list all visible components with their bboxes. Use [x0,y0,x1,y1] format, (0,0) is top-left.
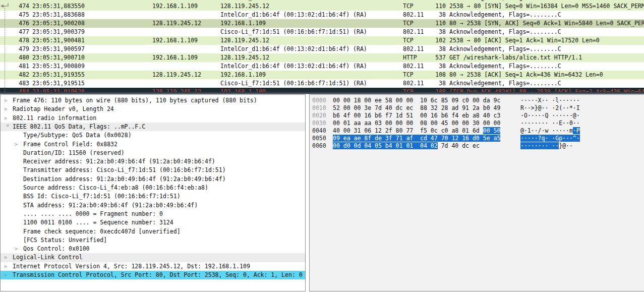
protocol-tree-row[interactable]: >Logical-Link Control [1,253,305,262]
protocol-tree-row[interactable]: BSS Id: Cisco-Li_f7:1d:51 (00:16:b6:f7:1… [1,192,305,201]
twistie-expanded-icon[interactable]: > [4,124,12,130]
ascii-bytes[interactable]: ·O·····Q ······@· [520,112,580,120]
protocol-tree-row[interactable]: [FCS Status: Unverified] [1,236,305,245]
protocol-tree-row[interactable]: >Transmission Control Protocol, Src Port… [1,271,305,279]
hex-row[interactable]: 003000 01 aa aa 03 00 00 00 08 00 45 00 … [310,120,644,127]
hex-bytes[interactable]: 09 ea ae 8f de 3f 71 af cd 47 70 12 16 d… [333,135,500,142]
packet-cell-destination: IntelCor_d1:b6:4f (00:13:02:d1:b6:4f) (R… [220,45,399,53]
packet-detail-pane[interactable]: >Frame 476: 110 bytes on wire (880 bits)… [0,94,306,291]
packet-cell-destination: 128.119.245.12 [220,53,399,62]
packet-row[interactable]: 47423:05:31,883550192.168.1.109128.119.2… [0,2,644,11]
packet-row[interactable]: 47723:05:31,900379Cisco-Li_f7:1d:51 (00:… [0,28,644,36]
packet-cell-source [152,45,218,53]
ascii-selected: ·····?q· ·Gp···^· [520,135,580,142]
twistie-collapsed-icon[interactable]: > [15,245,21,253]
protocol-tree-row[interactable]: >IEEE 802.11 QoS Data, Flags: ..mP..F.C [1,123,305,131]
packet-cell-time: 23:05:31,883550 [32,2,143,11]
ascii-bytes[interactable]: ········ ··E··0·· [520,120,580,127]
protocol-tree-row[interactable]: Type/Subtype: QoS Data (0x0028) [1,131,305,140]
packet-cell-info: 80 → 2538 [ACK] Seq=1 Ack=436 Win=6432 L… [449,71,644,79]
packet-cell-source: 192.168.1.109 [152,36,218,45]
hex-bytes[interactable]: 00 d0 0d 04 05 b4 01 01 04 02 7d 40 dc e… [333,142,480,150]
hex-dump-pane[interactable]: 000000 00 18 00 ee 58 00 00 10 6c 85 09 … [309,94,644,291]
protocol-tree-label: Logical-Link Control [13,253,82,262]
twistie-collapsed-icon[interactable]: > [4,253,10,262]
twistie-collapsed-icon[interactable]: > [4,271,10,279]
hex-row[interactable]: 001052 00 00 3e 7d 40 dc ec 88 32 28 ad … [310,104,644,112]
packet-cell-no: 477 [0,28,29,36]
protocol-tree-row[interactable]: >Internet Protocol Version 4, Src: 128.1… [1,262,305,271]
protocol-tree-row[interactable]: Transmitter address: Cisco-Li_f7:1d:51 (… [1,166,305,174]
packet-row[interactable]: 48123:05:31,900809IntelCor_d1:b6:4f (00:… [0,62,644,71]
packet-row[interactable]: 47523:05:31,883688IntelCor_d1:b6:4f (00:… [0,11,644,19]
packet-cell-info: [TCP Dup ACK 482#1] 80 → 2538 [ACK] Seq=… [449,88,644,92]
packet-row[interactable]: 48223:05:31,919355128.119.245.12192.168.… [0,71,644,79]
protocol-tree-row[interactable]: Frame check sequence: 0xecdc407d [unveri… [1,227,305,236]
protocol-tree-row[interactable]: STA address: 91:2a:b0:49:b6:4f (91:2a:b0… [1,201,305,210]
protocol-tree-row[interactable]: Receiver address: 91:2a:b0:49:b6:4f (91:… [1,157,305,166]
protocol-tree-row[interactable]: >Radiotap Header v0, Length 24 [1,105,305,113]
packet-row[interactable]: 47823:05:31,900481192.168.1.109128.119.2… [0,36,644,45]
packet-cell-time: 23:05:31,900809 [32,62,143,71]
packet-cell-length: 38 [417,28,446,36]
hex-bytes[interactable]: b6 4f 00 16 b6 f7 1d 51 00 16 b6 f4 eb a… [333,112,500,120]
twistie-collapsed-icon[interactable]: > [4,114,10,123]
hex-row[interactable]: 000000 00 18 00 ee 58 00 00 10 6c 85 09 … [310,97,644,104]
packet-row[interactable]: 48323:05:31,919515Cisco-Li_f7:1d:51 (00:… [0,79,644,88]
ascii-bytes[interactable]: ·····X·· ·l······ [520,97,580,104]
hex-offset: 0000 [312,97,326,104]
twistie-collapsed-icon[interactable]: > [4,96,10,105]
twistie-collapsed-icon[interactable]: > [4,262,10,271]
hex-bytes[interactable]: 00 01 aa aa 03 00 00 00 08 00 45 00 00 3… [333,120,500,127]
hex-row[interactable]: 004040 00 31 06 12 2f 80 77 f5 0c c0 a8 … [310,127,644,135]
packet-cell-length: 537 [417,53,446,62]
protocol-tree-label: Source address: Cisco-Li_f4:eb:a8 (00:16… [23,184,208,192]
hex-bytes-plain: 52 00 00 3e 7d 40 dc ec 88 32 28 ad 91 2… [333,104,500,111]
ascii-bytes[interactable]: R··>}@·· ·2(··*·I [520,104,580,112]
hex-bytes[interactable]: 40 00 31 06 12 2f 80 77 f5 0c c0 a8 01 6… [333,127,500,135]
ascii-bytes[interactable]: ········ ··}@·· [520,142,573,150]
packet-cell-length: 38 [417,45,446,53]
protocol-tree-row[interactable]: >Frame 476: 110 bytes on wire (880 bits)… [1,96,305,105]
packet-cell-source: 128.119.245.12 [152,19,218,28]
packet-cell-time: 23:05:31,900597 [32,45,143,53]
twistie-collapsed-icon[interactable]: > [15,140,21,149]
packet-cell-source [152,79,218,88]
packet-cell-info: Acknowledgement, Flags=........C [449,11,644,19]
packet-cell-info: Acknowledgement, Flags=........C [449,62,644,71]
packet-cell-destination: 192.168.1.109 [220,71,399,79]
packet-row[interactable]: 48023:05:31,900710192.168.1.109128.119.2… [0,53,644,62]
packet-row[interactable]: 48423:05:31,919628128.119.245.12192.168.… [0,88,644,92]
protocol-tree-row[interactable]: 1100 0011 0100 .... = Sequence number: 3… [1,218,305,227]
hex-bytes[interactable]: 00 00 18 00 ee 58 00 00 10 6c 85 09 c0 0… [333,97,500,104]
packet-row[interactable]: 47623:05:31,900208128.119.245.12192.168.… [0,19,644,28]
hex-bytes[interactable]: 52 00 00 3e 7d 40 dc ec 88 32 28 ad 91 2… [333,104,500,112]
packet-row[interactable]: 47923:05:31,900597IntelCor_d1:b6:4f (00:… [0,45,644,53]
hex-bytes-plain: 7d 40 dc ec [438,142,480,149]
protocol-tree-label: STA address: 91:2a:b0:49:b6:4f (91:2a:b0… [23,201,198,210]
hex-bytes-plain: 00 00 18 00 ee 58 00 00 10 6c 85 09 c0 0… [333,97,500,104]
twistie-collapsed-icon[interactable]: > [4,105,10,113]
protocol-tree-label: Frame check sequence: 0xecdc407d [unveri… [23,227,181,236]
protocol-tree-row[interactable]: Duration/ID: 11560 (reserved) [1,149,305,157]
packet-cell-time: 23:05:31,900710 [32,53,143,62]
ascii-bytes[interactable]: ·····?q· ·Gp···^· [520,135,580,142]
hex-row[interactable]: 006000 d0 0d 04 05 b4 01 01 04 02 7d 40 … [310,142,644,150]
protocol-tree-row[interactable]: Source address: Cisco-Li_f4:eb:a8 (00:16… [1,184,305,192]
hex-bytes-selected: 00 d0 0d 04 05 b4 01 01 04 02 [333,142,438,149]
protocol-tree-row[interactable]: >Qos Control: 0x0100 [1,245,305,253]
packet-list-pane[interactable]: Cisco-Li_f7:1d:51 (00:16:b6:f7:1d:51) (R… [0,0,644,92]
protocol-tree-label: Type/Subtype: QoS Data (0x0028) [23,131,132,140]
protocol-tree-row[interactable]: .... .... .... 0000 = Fragment number: 0 [1,210,305,218]
packet-cell-destination: 128.119.245.12 [220,36,399,45]
hex-row[interactable]: 0020b6 4f 00 16 b6 f7 1d 51 00 16 b6 f4 … [310,112,644,120]
packet-cell-length: 110 [417,19,446,28]
protocol-tree-row[interactable]: Destination address: 91:2a:b0:49:b6:4f (… [1,175,305,184]
ascii-bytes[interactable]: @·1··/·w ·····m·P [520,127,580,135]
protocol-tree-label: Transmitter address: Cisco-Li_f7:1d:51 (… [23,166,226,174]
packet-cell-time: 23:05:31,883688 [32,11,143,19]
protocol-tree-row[interactable]: >802.11 radio information [1,114,305,123]
hex-row[interactable]: 005009 ea ae 8f de 3f 71 af cd 47 70 12 … [310,135,644,142]
protocol-tree-row[interactable]: >Frame Control Field: 0x8832 [1,140,305,149]
ascii-plain: @·1··/·w ·····m [520,127,573,134]
